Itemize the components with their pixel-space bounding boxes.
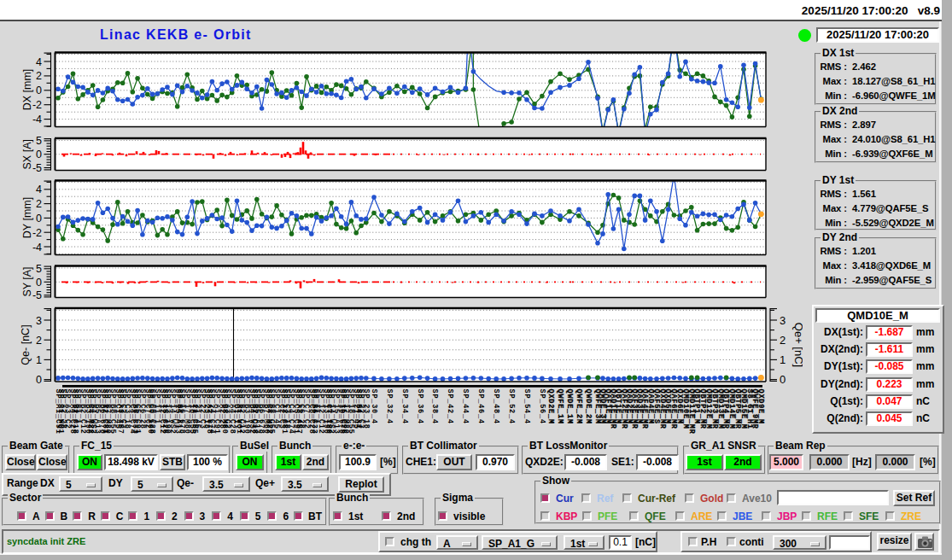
svg-text:3: 3 (780, 314, 786, 327)
svg-text:SP_A1_WQ1: SP_A1_WQ1 (235, 389, 243, 435)
svg-text:QWFE_1M: QWFE_1M (556, 389, 564, 424)
svg-text:QWDE_2M: QWDE_2M (584, 389, 593, 424)
svg-text:QWFE_2M: QWFE_2M (575, 389, 583, 424)
svg-text:SP_C4_M22: SP_C4_M22 (265, 389, 273, 435)
svg-text:0: 0 (36, 213, 42, 225)
svg-text:QXD9E_M: QXD9E_M (756, 389, 765, 424)
svg-text:2: 2 (36, 70, 42, 82)
svg-text:SP_15_C26: SP_15_C26 (161, 389, 169, 435)
svg-text:SP_A3_457: SP_A3_457 (295, 389, 303, 435)
svg-text:SP_52_4: SP_52_4 (507, 389, 516, 424)
svg-text:3: 3 (36, 315, 42, 327)
svg-text:5: 5 (36, 135, 42, 147)
svg-text:5: 5 (36, 263, 42, 275)
svg-text:-2: -2 (32, 99, 42, 111)
svg-text:SP_B6_C33: SP_B6_C33 (310, 389, 318, 435)
svg-text:SP_56_4: SP_56_4 (538, 389, 546, 424)
svg-text:0: 0 (36, 277, 42, 289)
svg-text:QWDE_1M: QWDE_1M (565, 389, 574, 424)
svg-text:DY [mm]: DY [mm] (21, 197, 33, 238)
svg-text:-4: -4 (32, 242, 42, 254)
svg-text:SP_A2_678: SP_A2_678 (205, 389, 213, 435)
svg-text:SP_21_C55: SP_21_C55 (190, 389, 199, 435)
svg-text:SP_A3_457: SP_A3_457 (116, 389, 125, 435)
svg-text:QXD2E_M: QXD2E_M (546, 389, 555, 424)
svg-text:4: 4 (36, 184, 42, 195)
svg-text:DX [mm]: DX [mm] (21, 69, 33, 111)
svg-text:SP_34_4: SP_34_4 (400, 389, 409, 424)
svg-text:-5: -5 (32, 162, 42, 174)
svg-text:0: 0 (36, 149, 42, 160)
svg-text:SP_46_4: SP_46_4 (476, 389, 485, 424)
svg-text:SP_B8_M80: SP_B8_M80 (220, 389, 229, 435)
svg-text:SP_32_4: SP_32_4 (385, 389, 394, 424)
svg-text:SP_B4_A1: SP_B4_A1 (354, 389, 363, 429)
svg-text:SX [A]: SX [A] (21, 139, 33, 169)
svg-text:Qe- [nC]: Qe- [nC] (20, 324, 32, 365)
svg-text:SP_12_C81: SP_12_C81 (101, 389, 109, 435)
svg-text:Qe+ [nC]: Qe+ [nC] (792, 323, 803, 367)
svg-text:2: 2 (36, 198, 42, 210)
svg-text:SY [A]: SY [A] (21, 266, 33, 296)
svg-text:-5: -5 (32, 289, 42, 301)
svg-text:SP_48_4: SP_48_4 (492, 389, 500, 424)
svg-text:SP_36_4: SP_36_4 (416, 389, 424, 424)
svg-text:SP_44_4: SP_44_4 (461, 389, 470, 424)
svg-text:SP_38_4: SP_38_4 (430, 389, 439, 424)
svg-text:2: 2 (780, 334, 786, 347)
svg-text:SP_B2_C18: SP_B2_C18 (71, 389, 79, 435)
svg-text:SP_15_C26: SP_15_C26 (339, 389, 348, 435)
svg-text:SP_54_4: SP_54_4 (523, 389, 531, 424)
svg-text:SP_42_4: SP_42_4 (446, 389, 454, 424)
svg-text:-2: -2 (32, 227, 42, 239)
svg-text:SP_B4_A1: SP_B4_A1 (175, 389, 184, 429)
svg-text:SP_B6_C33: SP_B6_C33 (131, 389, 139, 435)
svg-text:4: 4 (36, 56, 42, 68)
svg-text:0: 0 (36, 374, 42, 386)
svg-text:SP_B2_C18: SP_B2_C18 (250, 389, 259, 435)
svg-text:SP_12_C81: SP_12_C81 (280, 389, 289, 435)
svg-text:SP_C4_M22: SP_C4_M22 (86, 389, 95, 435)
svg-text:2: 2 (36, 335, 42, 347)
svg-text:1: 1 (36, 354, 42, 366)
svg-text:SP_C7_190: SP_C7_190 (146, 389, 155, 435)
svg-text:SP_A1_WQ1: SP_A1_WQ1 (56, 389, 65, 435)
svg-text:-4: -4 (32, 114, 42, 125)
svg-text:SP_C7_190: SP_C7_190 (324, 389, 333, 435)
svg-text:0: 0 (36, 85, 42, 96)
svg-text:SP_30_4: SP_30_4 (370, 389, 378, 424)
svg-text:1: 1 (780, 353, 786, 366)
svg-text:0: 0 (780, 373, 786, 386)
